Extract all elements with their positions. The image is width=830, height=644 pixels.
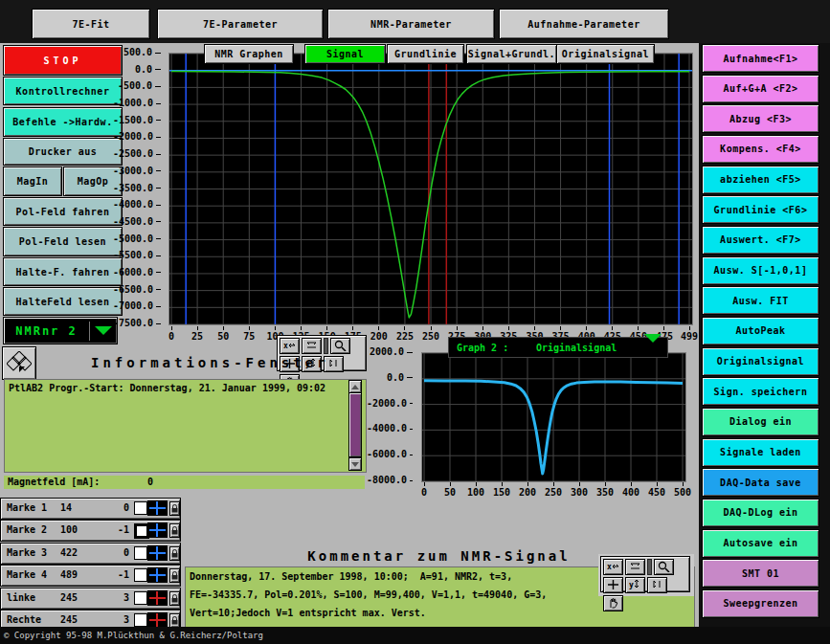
tab-signal[interactable]: Signal [304, 44, 386, 64]
right-button-sign-speichern[interactable]: Sign. speichern [702, 377, 819, 406]
crosshair-icon[interactable] [147, 590, 168, 606]
right-button-dialog-ein[interactable]: Dialog ein [702, 408, 819, 436]
y-tick-label: -4500.0 [113, 216, 161, 228]
graph2-signal-selector[interactable]: Originalsignal [508, 343, 644, 353]
graph2-plot[interactable] [421, 352, 686, 482]
x-autoscale-button[interactable]: x [603, 559, 623, 575]
marker-checkbox[interactable] [134, 613, 147, 627]
right-button-abzug-f3[interactable]: Abzug <F3> [702, 104, 819, 133]
scrollbar-thumb[interactable] [348, 392, 362, 457]
scroll-down-button[interactable] [348, 457, 362, 471]
right-button-grundlinie-f6[interactable]: Grundlinie <F6> [702, 195, 819, 224]
marker-label: Rechte [7, 614, 41, 625]
tab-originalsignal[interactable]: Originalsignal [556, 44, 655, 64]
right-button-originalsignal[interactable]: Originalsignal [702, 347, 819, 376]
y-fit-button[interactable] [647, 577, 667, 593]
kontrollrechner-button[interactable]: Kontrollrechner [3, 77, 123, 105]
lock-icon[interactable] [169, 613, 180, 628]
crosshair-button[interactable] [603, 577, 623, 593]
drucker-aus-button[interactable]: Drucker aus [3, 138, 123, 166]
x-fit-button[interactable] [302, 338, 322, 354]
tab-aufnahme-parameter[interactable]: Aufnahme-Parameter [499, 9, 669, 39]
info-log-area[interactable]: PtlAB2 Progr.-Start: Donnerstag, 21. Jan… [4, 379, 367, 473]
pol-feld-fahren-button[interactable]: Pol-Feld fahren [3, 197, 123, 226]
y-fit-icon [327, 358, 340, 370]
x-fit-icon [305, 340, 318, 352]
zoom-button[interactable] [330, 338, 350, 354]
right-button-sweepgrenzen[interactable]: Sweepgrenzen [702, 589, 819, 618]
marker-flag: 0 [101, 547, 129, 558]
right-button-auswert-f7[interactable]: Auswert. <F7> [702, 226, 819, 255]
marker-checkbox[interactable] [134, 591, 147, 605]
marker-row-linke: linke2453 [0, 588, 181, 610]
crosshair-icon[interactable] [147, 522, 168, 538]
marker-row-marke-4: Marke 4489-1 [0, 565, 181, 587]
tab-grundlinie[interactable]: Grundlinie [387, 44, 464, 64]
crosshair-icon[interactable] [147, 567, 168, 583]
info-scrollbar[interactable] [348, 380, 362, 470]
x-fit-button[interactable] [625, 559, 645, 575]
palette-separator [647, 559, 652, 575]
right-button-signale-laden[interactable]: Signale laden [702, 438, 819, 467]
befehle-hardware-button[interactable]: Befehle ->Hardw. [3, 107, 123, 137]
right-button-autosave-ein[interactable]: Autosave ein [702, 529, 819, 558]
marker-value: 100 [60, 524, 78, 535]
haltefeld-lesen-button[interactable]: HalteFeld lesen [3, 287, 123, 316]
main-chart-y-axis: 500.00.0-500.0-1000.0-1500.0-2000.0-2500… [113, 43, 167, 330]
main-chart-plot[interactable] [168, 53, 693, 325]
right-button-ausw-s-1-0-1[interactable]: Ausw. S[-1,0,1] [702, 256, 819, 285]
y-tick-label: -6000.0 [113, 267, 161, 278]
x-tick-label: 500 [666, 482, 699, 498]
svg-text:x: x [607, 563, 612, 571]
magin-button[interactable]: MagIn [3, 167, 62, 196]
chevron-down-icon[interactable] [644, 343, 667, 353]
tab-nmr-graphen[interactable]: NMR Graphen [204, 44, 294, 64]
lock-icon[interactable] [169, 501, 180, 516]
right-button-daq-data-save[interactable]: DAQ-Data save [702, 468, 819, 497]
right-button-smt-01[interactable]: SMT 01 [702, 559, 819, 588]
lock-icon[interactable] [169, 523, 180, 538]
right-button-aufnahme-f1[interactable]: Aufnahme<F1> [702, 44, 819, 73]
tab-7e-parameter[interactable]: 7E-Parameter [157, 9, 324, 39]
right-button-auf-g-a-f2[interactable]: Auf+G+A <F2> [702, 75, 819, 103]
tab-7e-fit[interactable]: 7E-Fit [32, 9, 150, 39]
y-tick-label: -2000.0 [113, 131, 161, 143]
stop-button[interactable]: STOP [3, 45, 123, 76]
scroll-up-button[interactable] [348, 380, 362, 393]
x-autoscale-icon: x [607, 561, 619, 573]
arrow-down-icon [351, 462, 359, 467]
y-tick-label: -4000.0 [113, 199, 161, 211]
right-button-daq-dlog-ein[interactable]: DAQ-DLog ein [702, 499, 819, 527]
marker-checkbox[interactable] [134, 501, 147, 515]
zoom-button[interactable] [654, 559, 674, 575]
marker-row-marke-2: Marke 2100-1 [0, 520, 181, 542]
navigation-diamond-button[interactable] [2, 346, 36, 380]
crosshair-icon[interactable] [147, 545, 168, 561]
marker-checkbox[interactable] [134, 546, 147, 560]
y-tick-label: -3000.0 [113, 166, 161, 177]
x-autoscale-icon: x [283, 340, 296, 352]
lock-icon[interactable] [169, 546, 180, 561]
right-button-autopeak[interactable]: AutoPeak [702, 317, 819, 345]
halte-f-fahren-button[interactable]: Halte-F. fahren [3, 257, 123, 286]
lock-icon[interactable] [169, 568, 180, 583]
right-button-abziehen-f5[interactable]: abziehen <F5> [702, 166, 819, 194]
pan-button[interactable] [603, 595, 623, 611]
right-button-kompens-f4[interactable]: Kompens. <F4> [702, 135, 819, 164]
y-tick-label: -4000.0 [367, 423, 413, 434]
status-bar: © Copyright 95-98 M.Plückthun & G.Reiche… [0, 627, 830, 644]
tab-nmr-parameter[interactable]: NMR-Parameter [327, 9, 495, 39]
y-tick-label: 0.0 [367, 372, 413, 384]
right-button-ausw-fit[interactable]: Ausw. FIT [702, 286, 819, 315]
pol-feld-lesen-button[interactable]: Pol-Feld lesen [3, 227, 123, 256]
palette-separator [324, 338, 328, 354]
x-autoscale-button[interactable]: x [280, 338, 300, 354]
marker-checkbox[interactable] [134, 568, 147, 582]
crosshair-icon[interactable] [147, 612, 168, 628]
crosshair-icon[interactable] [147, 500, 168, 516]
y-autoscale-button[interactable]: y [625, 577, 645, 593]
tab-signal-grundl[interactable]: Signal+Grundl. [466, 44, 557, 64]
main-panel: STOP Kontrollrechner Befehle ->Hardw. Dr… [0, 43, 699, 627]
marker-label: Marke 3 [7, 547, 47, 558]
lock-icon[interactable] [169, 591, 180, 606]
